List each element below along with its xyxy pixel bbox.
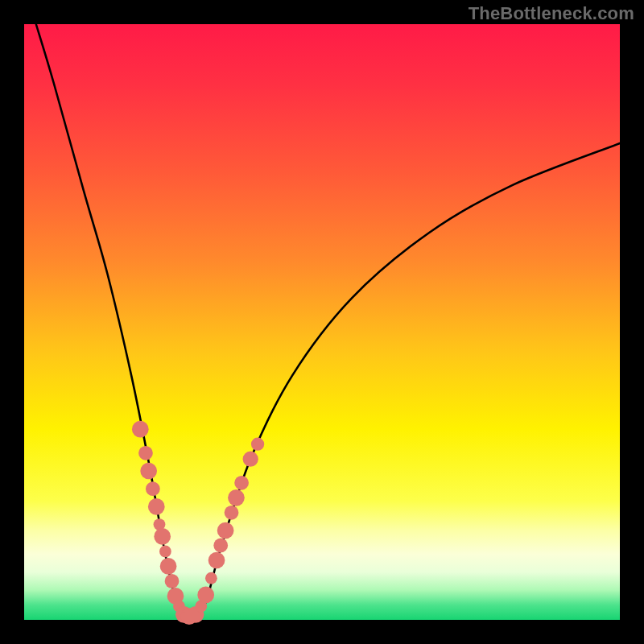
curve-marker bbox=[160, 558, 177, 575]
curve-marker bbox=[213, 539, 228, 553]
curve-layer bbox=[24, 24, 620, 620]
curve-marker bbox=[217, 522, 234, 539]
curve-marker bbox=[243, 452, 258, 467]
plot-area bbox=[24, 24, 620, 620]
curve-marker bbox=[197, 587, 214, 604]
bottleneck-curve bbox=[36, 24, 620, 620]
curve-marker bbox=[228, 489, 245, 506]
chart-frame: TheBottleneck.com bbox=[0, 0, 644, 644]
curve-marker bbox=[140, 463, 157, 480]
curve-marker bbox=[148, 498, 165, 515]
curve-marker bbox=[132, 421, 149, 438]
curve-marker bbox=[138, 446, 153, 460]
curve-marker bbox=[205, 572, 217, 584]
curve-marker bbox=[251, 438, 264, 451]
curve-marker bbox=[154, 528, 171, 545]
curve-marker bbox=[165, 574, 180, 588]
curve-marker bbox=[159, 546, 171, 558]
curve-marker bbox=[146, 481, 160, 496]
curve-marker-pill bbox=[180, 612, 202, 621]
curve-markers bbox=[132, 421, 264, 625]
curve-marker bbox=[234, 476, 249, 490]
watermark-text: TheBottleneck.com bbox=[469, 3, 634, 24]
curve-marker bbox=[208, 552, 225, 569]
curve-marker bbox=[225, 506, 239, 520]
